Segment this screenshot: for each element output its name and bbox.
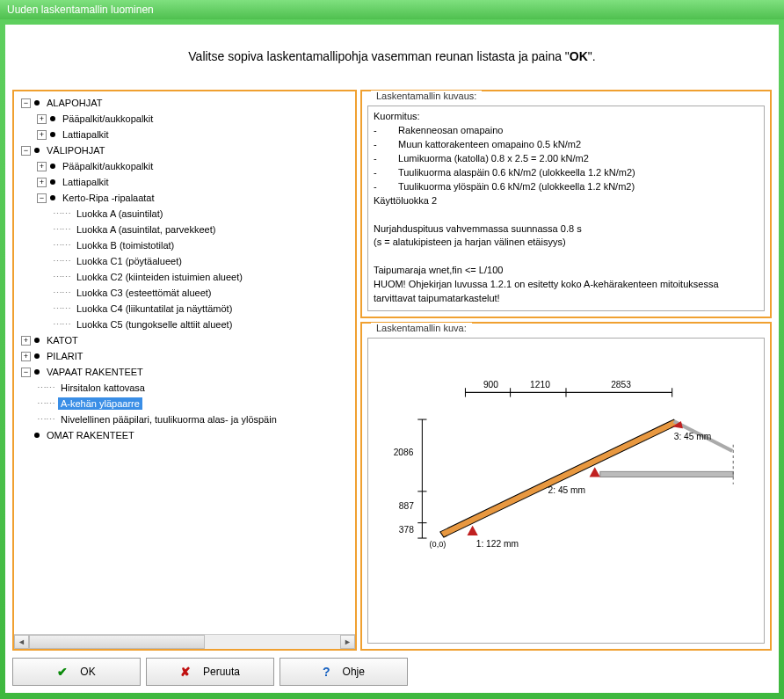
bullet-icon	[34, 353, 40, 359]
cancel-label: Peruuta	[203, 666, 240, 678]
tree-item-luokka-a1[interactable]: ⋯⋯ Luokka A (asuintilat)	[16, 206, 353, 222]
tree-label: Luokka C4 (liikuntatilat ja näyttämöt)	[74, 302, 235, 315]
tree-item-nivelellinen[interactable]: ⋯⋯ Nivelellinen pääpilari, tuulikuorma a…	[16, 411, 353, 427]
question-icon: ?	[323, 665, 330, 679]
tree-label: Luokka B (toimistotilat)	[74, 239, 177, 251]
dim-d2: 1210	[530, 380, 550, 390]
dim-origin: (0,0)	[430, 540, 446, 549]
structure-diagram: 900 1210 2853 2086 887 378 (0,0)	[368, 339, 764, 590]
window-title: Uuden laskentamallin luominen	[7, 4, 154, 16]
expand-icon[interactable]: +	[37, 130, 47, 140]
svg-rect-2	[600, 471, 733, 477]
collapse-icon[interactable]: −	[21, 98, 31, 108]
tree-label: Lattiapalkit	[60, 128, 112, 141]
tree-item-omat[interactable]: OMAT RAKENTEET	[16, 427, 353, 443]
dim-d1: 900	[483, 380, 498, 390]
svg-marker-5	[590, 467, 600, 477]
dim-d3: 2853	[611, 380, 631, 390]
bullet-icon	[50, 164, 55, 169]
tree-item-alapohjat[interactable]: − ALAPOHJAT	[16, 95, 353, 111]
template-tree[interactable]: − ALAPOHJAT + Pääpalkit/aukkopalkit + La…	[14, 91, 355, 634]
tree-connector-icon: ⋯⋯	[53, 319, 70, 331]
tree-label: Kerto-Ripa -ripalaatat	[60, 192, 157, 204]
tree-label: ALAPOHJAT	[44, 97, 105, 109]
description-text[interactable]: Kuormitus: - Rakenneosan omapaino - Muun…	[367, 106, 765, 311]
scroll-left-icon[interactable]: ◄	[14, 635, 29, 649]
tree-item-kertoripa[interactable]: − Kerto-Ripa -ripalaatat	[16, 190, 353, 206]
help-label: Ohje	[343, 666, 365, 678]
diagram-box: 900 1210 2853 2086 887 378 (0,0)	[367, 338, 765, 644]
collapse-icon[interactable]: −	[21, 146, 31, 156]
tree-item-luokka-c4[interactable]: ⋯⋯ Luokka C4 (liikuntatilat ja näyttämöt…	[16, 301, 353, 317]
tree-label: PILARIT	[44, 350, 86, 362]
tree-connector-icon: ⋯⋯	[53, 272, 70, 283]
x-icon: ✘	[180, 665, 191, 679]
tree-item-valipohjat[interactable]: − VÄLIPOHJAT	[16, 142, 353, 158]
instruction-bold: OK	[570, 49, 588, 63]
expand-icon[interactable]: +	[21, 336, 31, 346]
button-bar: ✔ OK ✘ Peruuta ? Ohje	[12, 658, 772, 686]
tree-item-luokka-c1[interactable]: ⋯⋯ Luokka C1 (pöytäalueet)	[16, 253, 353, 269]
tree-label: VAPAAT RAKENTEET	[44, 366, 146, 378]
tree-label: Nivelellinen pääpilari, tuulikuorma alas…	[58, 413, 279, 426]
expand-icon[interactable]: +	[37, 162, 47, 171]
title-bar: Uuden laskentamallin luominen	[0, 0, 784, 19]
image-group: Laskentamallin kuva:	[360, 322, 772, 651]
tree-item-luokka-a2[interactable]: ⋯⋯ Luokka A (asuintilat, parvekkeet)	[16, 222, 353, 237]
tree-item-katot[interactable]: + KATOT	[16, 332, 353, 348]
tree-label: Hirsitalon kattovasa	[58, 382, 148, 394]
tree-connector-icon: ⋯⋯	[53, 240, 70, 251]
tree-label: Luokka C1 (pöytäalueet)	[74, 255, 185, 267]
tree-item-paapalkit-1[interactable]: + Pääpalkit/aukkopalkit	[16, 111, 353, 127]
instruction-pre: Valitse sopiva laskentamallipohja vasemm…	[188, 49, 570, 63]
dim-p1: 1: 122 mm	[476, 539, 519, 549]
tree-label: VÄLIPOHJAT	[44, 144, 107, 157]
collapse-icon[interactable]: −	[37, 193, 47, 203]
tree-item-pilarit[interactable]: + PILARIT	[16, 348, 353, 364]
expand-icon[interactable]: +	[37, 114, 47, 124]
tree-connector-icon: ⋯⋯	[37, 414, 54, 426]
tree-label: Lattiapalkit	[60, 176, 112, 188]
collapse-icon[interactable]: −	[21, 368, 31, 377]
tree-label: Luokka A (asuintilat, parvekkeet)	[74, 223, 218, 236]
image-legend: Laskentamallin kuva:	[371, 323, 472, 333]
tree-item-luokka-c5[interactable]: ⋯⋯ Luokka C5 (tungokselle alttiit alueet…	[16, 317, 353, 332]
tree-item-luokka-b[interactable]: ⋯⋯ Luokka B (toimistotilat)	[16, 237, 353, 253]
check-icon: ✔	[57, 665, 68, 679]
help-button[interactable]: ? Ohje	[279, 658, 408, 686]
expand-icon[interactable]: +	[21, 352, 31, 361]
tree-item-hirsitalo[interactable]: ⋯⋯ Hirsitalon kattovasa	[16, 380, 353, 396]
dim-h3: 378	[399, 525, 414, 535]
dim-h1: 2086	[394, 448, 414, 457]
tree-item-lattiapalkit-1[interactable]: + Lattiapalkit	[16, 127, 353, 142]
tree-item-vapaat[interactable]: − VAPAAT RAKENTEET	[16, 364, 353, 380]
ok-button[interactable]: ✔ OK	[12, 658, 141, 686]
tree-item-lattiapalkit-2[interactable]: + Lattiapalkit	[16, 174, 353, 190]
bullet-icon	[34, 148, 40, 153]
preview-panel: Laskentamallin kuvaus: Kuormitus: - Rake…	[360, 90, 772, 651]
tree-label: Luokka A (asuintilat)	[74, 208, 165, 220]
content-area: − ALAPOHJAT + Pääpalkit/aukkopalkit + La…	[12, 90, 772, 651]
scroll-thumb[interactable]	[29, 635, 205, 649]
tree-item-luokka-c3[interactable]: ⋯⋯ Luokka C3 (esteettömät alueet)	[16, 285, 353, 301]
tree-item-akehan[interactable]: ⋯⋯ A-kehän yläpaarre	[16, 396, 353, 411]
tree-item-luokka-c2[interactable]: ⋯⋯ Luokka C2 (kiinteiden istuimien aluee…	[16, 269, 353, 285]
bullet-icon	[34, 433, 40, 438]
tree-connector-icon: ⋯⋯	[53, 224, 70, 236]
horizontal-scrollbar[interactable]: ◄ ►	[14, 634, 355, 649]
expand-icon[interactable]: +	[37, 178, 47, 187]
bullet-icon	[50, 132, 55, 137]
tree-connector-icon: ⋯⋯	[53, 208, 70, 220]
tree-item-paapalkit-2[interactable]: + Pääpalkit/aukkopalkit	[16, 158, 353, 174]
tree-connector-icon: ⋯⋯	[37, 398, 54, 410]
scroll-right-icon[interactable]: ►	[340, 635, 355, 649]
tree-label: Luokka C2 (kiinteiden istuimien alueet)	[74, 271, 245, 283]
description-legend: Laskentamallin kuvaus:	[371, 91, 482, 101]
bullet-icon	[50, 195, 55, 200]
bullet-icon	[50, 179, 55, 185]
cancel-button[interactable]: ✘ Peruuta	[146, 658, 274, 686]
dim-h2: 887	[399, 501, 414, 511]
tree-label: OMAT RAKENTEET	[44, 429, 137, 441]
tree-connector-icon: ⋯⋯	[53, 256, 70, 267]
ok-label: OK	[80, 666, 95, 678]
